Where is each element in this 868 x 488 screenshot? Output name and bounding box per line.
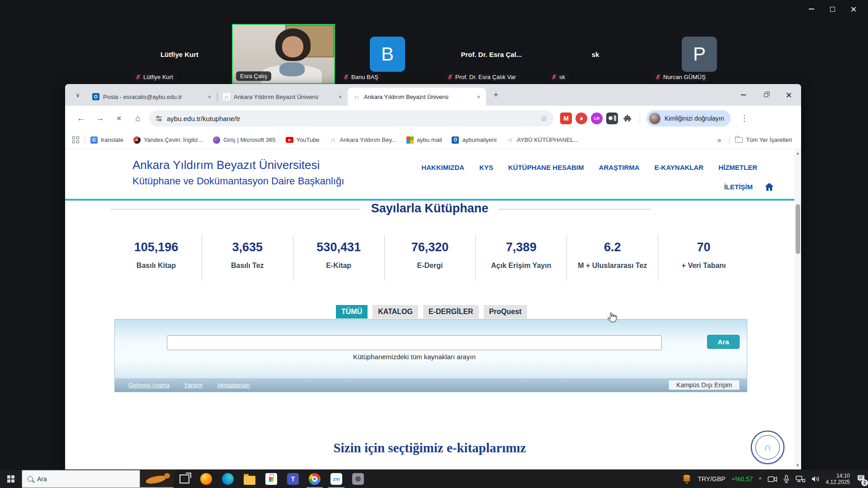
browser-menu-button[interactable]: ⋮ <box>738 112 751 125</box>
participant-name-label: Lütfiye Kurt <box>131 72 177 82</box>
zoom-minimize-button[interactable] <box>807 5 816 13</box>
help-link[interactable]: Yardım <box>184 382 203 389</box>
scroll-down-arrow[interactable]: ▼ <box>794 461 801 469</box>
taskbar-clock[interactable]: 14:10 4.12.2025 <box>826 473 850 485</box>
windows-taskbar: Ara T zm TRY/GBP +%0,57 ^ 14:10 4.12.202… <box>0 470 868 488</box>
volume-tray-button[interactable] <box>811 475 820 483</box>
notification-center-button[interactable]: 2 <box>857 474 865 484</box>
participant-tile[interactable]: P Nurcan GÜMÜŞ <box>648 24 751 84</box>
tab-close-button[interactable]: × <box>475 93 482 101</box>
ticker-pair[interactable]: TRY/GBP <box>698 475 725 483</box>
databases-link[interactable]: Veritabanları <box>217 382 250 389</box>
ms-store-button[interactable] <box>260 470 282 488</box>
search-tab-e-dergiler[interactable]: E-DERGİLER <box>423 305 479 319</box>
address-bar[interactable]: aybu.edu.tr/kutuphane/tr ☆ <box>149 110 554 127</box>
university-logo-mark: ∩ <box>755 435 780 460</box>
media-app-button[interactable] <box>347 470 369 488</box>
browser-restore-button[interactable] <box>762 91 769 99</box>
library-search-input[interactable] <box>167 335 662 350</box>
site-subtitle[interactable]: Kütüphane ve Dokümantasyon Daire Başkanl… <box>132 175 344 187</box>
search-tab-katalog[interactable]: KATALOG <box>373 305 418 319</box>
microphone-icon <box>783 475 790 483</box>
bookmark-aybu-kutuphane[interactable]: ∩AYBÜ KÜTÜPHANEL... <box>506 136 578 144</box>
bookmark-yandex[interactable]: AYandex.Çeviri: İngiliz... <box>133 136 203 144</box>
start-button[interactable] <box>0 470 22 488</box>
url-text[interactable]: aybu.edu.tr/kutuphane/tr <box>167 115 241 122</box>
firefox-button[interactable] <box>195 470 217 488</box>
bookmark-ms365[interactable]: Giriş | Microsoft 365 <box>213 136 275 144</box>
participant-tile[interactable]: Lütfiye Kurt Lütfiye Kurt <box>128 24 231 84</box>
nav-hizmetler[interactable]: HİZMETLER <box>718 164 757 171</box>
microphone-tray-button[interactable] <box>783 475 790 483</box>
bookmarks-overflow-button[interactable]: » <box>715 136 724 144</box>
translate-favicon: G <box>90 136 98 144</box>
participant-tile[interactable]: Prof. Dr. Esra Çal... Prof. Dr. Esra Çal… <box>440 24 543 84</box>
tab-aybu-2-active[interactable]: ∩ Ankara Yıldırım Beyazıt Üniversi × <box>348 88 486 106</box>
advanced-search-link[interactable]: Gelişmiş Arama <box>128 382 170 389</box>
off-campus-access-button[interactable]: Kampüs Dışı Erişim <box>669 380 740 390</box>
bookmark-youtube[interactable]: YouTube <box>286 136 320 143</box>
file-explorer-button[interactable] <box>239 470 260 488</box>
extensions-puzzle-icon[interactable] <box>622 113 633 124</box>
university-logo-badge[interactable]: ∩ <box>751 431 784 464</box>
chrome-button[interactable] <box>304 470 326 488</box>
apps-grid-icon[interactable] <box>72 136 79 143</box>
nav-arastirma[interactable]: ARAŞTIRMA <box>599 164 640 171</box>
close-icon: × <box>339 94 342 100</box>
browser-close-button[interactable] <box>785 91 792 99</box>
bookmark-aybu[interactable]: ∩Ankara Yıldırım Bey... <box>330 136 396 144</box>
nav-iletisim[interactable]: İLETİŞİM <box>724 183 753 191</box>
search-tab-proquest[interactable]: ProQuest <box>484 305 527 319</box>
new-tab-button[interactable]: + <box>490 89 502 101</box>
site-title[interactable]: Ankara Yıldırım Beyazıt Üniversitesi <box>132 158 320 172</box>
currency-ticker-icon[interactable] <box>682 474 692 484</box>
zoom-close-button[interactable] <box>849 5 857 13</box>
participant-video-tile[interactable]: Esra Çalış <box>232 24 335 84</box>
tab-aybu-1[interactable]: ∩ Ankara Yıldırım Beyazıt Üniversi × <box>217 88 348 106</box>
back-button[interactable]: ← <box>71 109 90 128</box>
nav-kutuphane-hesabim[interactable]: KÜTÜPHANE HESABIM <box>508 164 584 171</box>
search-submit-button[interactable]: Ara <box>707 335 740 349</box>
zoom-maximize-button[interactable] <box>828 5 836 13</box>
teams-button[interactable]: T <box>282 470 304 488</box>
profile-button[interactable]: Kimliğinizi doğrulayın <box>646 110 731 127</box>
search-tab-tumu[interactable]: TÜMÜ <box>336 305 368 319</box>
bookmark-translate[interactable]: Gtranslate <box>90 136 123 144</box>
tab-search-button[interactable]: ∨ <box>71 89 84 101</box>
scroll-up-arrow[interactable]: ▲ <box>796 149 800 157</box>
bookmark-aybumailyeni[interactable]: Oaybumailyeni <box>452 136 496 144</box>
nav-hakkimizda[interactable]: HAKKIMIZDA <box>421 164 464 171</box>
taskbar-search-box[interactable]: Ara <box>22 470 140 488</box>
page-scrollbar[interactable]: ▲ ▼ <box>794 149 801 469</box>
edge-button[interactable] <box>217 470 239 488</box>
muted-mic-icon <box>655 74 661 80</box>
tray-expand-button[interactable]: ^ <box>759 476 762 483</box>
weasel-app-button[interactable] <box>140 470 174 488</box>
forward-button[interactable]: → <box>90 109 109 128</box>
site-settings-icon[interactable] <box>156 115 162 122</box>
lr-extension-icon[interactable]: LR <box>591 113 603 124</box>
capture-extension-icon[interactable] <box>606 113 618 124</box>
network-tray-button[interactable] <box>796 475 805 483</box>
tab-posta[interactable]: O Posta - esracalis@aybu.edu.tr × <box>87 88 217 106</box>
scrollbar-thumb[interactable] <box>796 204 800 254</box>
stop-button[interactable]: × <box>109 109 128 128</box>
nav-kys[interactable]: KYS <box>479 164 493 171</box>
bookmark-star-icon[interactable]: ☆ <box>541 114 547 123</box>
tab-close-button[interactable]: × <box>336 93 344 101</box>
mendeley-extension-icon[interactable]: M <box>560 113 572 124</box>
all-bookmarks-button[interactable]: Tüm Yer İşaretleri <box>735 136 792 143</box>
participant-tile[interactable]: B Banu BAŞ <box>336 24 439 84</box>
nav-e-kaynaklar[interactable]: E-KAYNAKLAR <box>655 164 704 171</box>
participant-tile[interactable]: sk sk <box>544 24 647 84</box>
home-button[interactable]: ⌂ <box>128 109 147 128</box>
browser-minimize-button[interactable] <box>740 91 747 99</box>
home-nav-icon[interactable] <box>764 183 774 191</box>
adblock-extension-icon[interactable] <box>576 113 587 124</box>
zoom-app-button[interactable]: zm <box>326 470 347 488</box>
camera-tray-button[interactable] <box>768 475 777 483</box>
bookmark-aybu-mail[interactable]: aybu mail <box>406 136 442 144</box>
tab-close-button[interactable]: × <box>206 93 213 101</box>
ticker-change[interactable]: +%0,57 <box>731 475 753 483</box>
task-view-button[interactable] <box>174 470 195 488</box>
